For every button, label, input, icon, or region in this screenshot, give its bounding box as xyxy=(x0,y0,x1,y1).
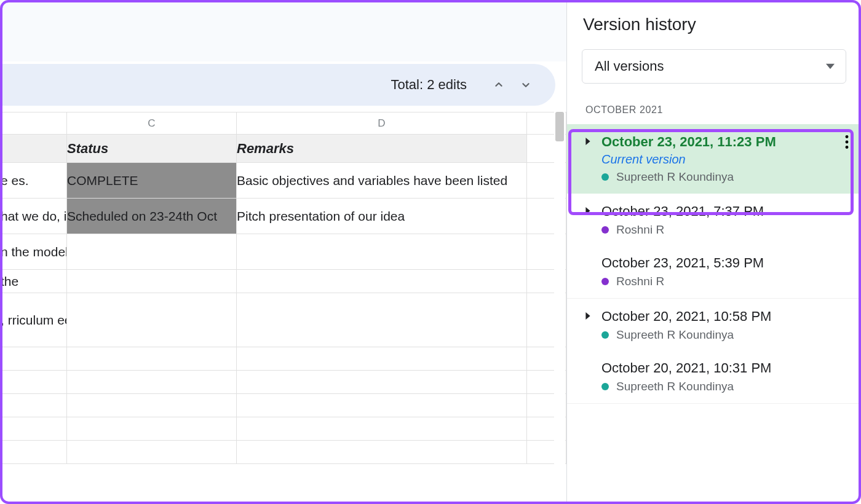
version-item[interactable]: October 23, 2021, 7:37 PM Roshni R xyxy=(567,194,861,245)
table-row: e es. COMPLETE Basic objectives and vari… xyxy=(1,163,566,199)
svg-point-2 xyxy=(846,146,849,149)
triangle-right-icon xyxy=(584,207,592,215)
version-timestamp: October 23, 2021, 11:23 PM xyxy=(601,134,849,150)
triangle-right-icon xyxy=(584,312,592,320)
editor-color-dot xyxy=(601,331,609,339)
dropdown-triangle-icon xyxy=(826,62,835,71)
filter-label: All versions xyxy=(595,58,664,74)
col-letter-c[interactable]: C xyxy=(67,112,237,135)
version-history-panel: Version history All versions OCTOBER 202… xyxy=(567,0,861,504)
cell-b[interactable]: , rriculum eeds to be xyxy=(1,293,67,347)
version-item-current[interactable]: October 23, 2021, 11:23 PM Current versi… xyxy=(567,124,861,194)
cell-b[interactable]: e es. xyxy=(1,163,67,199)
month-divider: OCTOBER 2021 xyxy=(567,91,861,124)
cell-b[interactable]: hat we do, it xyxy=(1,199,67,234)
header-cell-remarks[interactable]: Remarks xyxy=(237,135,527,163)
version-timestamp: October 20, 2021, 10:58 PM xyxy=(601,309,849,325)
edits-summary-text: Total: 2 edits xyxy=(391,77,467,93)
spreadsheet-grid[interactable]: C D Status Remarks e es. COMPLETE Basic … xyxy=(0,112,566,504)
version-editor: Roshni R xyxy=(601,275,849,288)
table-row: , rriculum eeds to be xyxy=(1,293,566,347)
header-row: Status Remarks xyxy=(1,135,566,163)
header-cell-b[interactable] xyxy=(1,135,67,163)
svg-point-0 xyxy=(846,135,849,138)
expand-toggle[interactable] xyxy=(584,207,592,215)
triangle-right-icon xyxy=(584,138,592,145)
chevron-up-icon xyxy=(492,78,506,92)
prev-edit-button[interactable] xyxy=(486,73,511,97)
cell-b[interactable]: n the model potential xyxy=(1,234,67,270)
version-editor: Roshni R xyxy=(601,223,849,237)
version-more-button[interactable] xyxy=(845,135,849,149)
table-row: the xyxy=(1,270,566,293)
table-row: hat we do, it Scheduled on 23-24th Oct P… xyxy=(1,199,566,234)
document-area: Total: 2 edits C D xyxy=(0,0,567,504)
next-edit-button[interactable] xyxy=(514,73,538,97)
top-blank xyxy=(0,0,566,61)
col-letter-d[interactable]: D xyxy=(237,112,527,135)
version-editor: Supreeth R Koundinya xyxy=(601,328,849,342)
version-filter-dropdown[interactable]: All versions xyxy=(582,49,846,84)
editor-color-dot xyxy=(601,383,609,390)
version-item[interactable]: October 20, 2021, 10:58 PM Supreeth R Ko… xyxy=(567,299,861,350)
more-vert-icon xyxy=(845,135,849,149)
chevron-down-icon xyxy=(519,78,533,92)
expand-toggle[interactable] xyxy=(584,138,592,145)
version-item[interactable]: October 20, 2021, 10:31 PM Supreeth R Ko… xyxy=(567,350,861,404)
version-timestamp: October 20, 2021, 10:31 PM xyxy=(601,360,849,376)
table-row: n the model potential xyxy=(1,234,566,270)
panel-title: Version history xyxy=(567,0,861,49)
editor-color-dot xyxy=(601,278,609,285)
current-version-label: Current version xyxy=(601,152,849,167)
column-letters: C D xyxy=(1,112,566,135)
cell-remarks[interactable]: Basic objectives and variables have been… xyxy=(237,163,527,199)
version-item[interactable]: October 23, 2021, 5:39 PM Roshni R xyxy=(567,245,861,299)
cell-b[interactable]: the xyxy=(1,270,67,293)
version-editor: Supreeth R Koundinya xyxy=(601,380,849,393)
vertical-scrollbar[interactable] xyxy=(554,112,565,493)
editor-color-dot xyxy=(601,226,609,234)
edits-summary-bar: Total: 2 edits xyxy=(0,64,555,106)
svg-point-1 xyxy=(846,141,849,144)
header-cell-status[interactable]: Status xyxy=(67,135,237,163)
cell-remarks[interactable]: Pitch presentation of our idea xyxy=(237,199,527,234)
editor-color-dot xyxy=(601,173,609,181)
cell-status[interactable]: Scheduled on 23-24th Oct xyxy=(67,199,237,234)
version-editor: Supreeth R Koundinya xyxy=(601,170,849,184)
cell-status[interactable]: COMPLETE xyxy=(67,163,237,199)
version-timestamp: October 23, 2021, 7:37 PM xyxy=(601,203,849,219)
scrollbar-thumb[interactable] xyxy=(555,112,564,141)
expand-toggle[interactable] xyxy=(584,312,592,320)
version-list: October 23, 2021, 11:23 PM Current versi… xyxy=(567,124,861,404)
version-timestamp: October 23, 2021, 5:39 PM xyxy=(601,255,849,271)
